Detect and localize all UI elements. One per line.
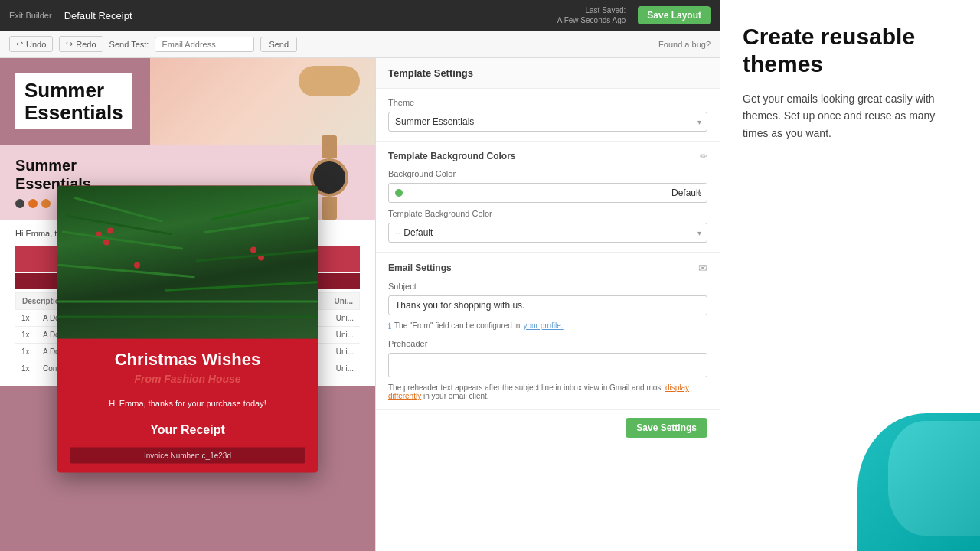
- christmas-title: Christmas Wishes: [57, 339, 318, 373]
- theme-select[interactable]: Summer Essentials: [388, 112, 707, 132]
- preheader-input[interactable]: [388, 353, 707, 377]
- template-bg-select-wrapper: -- Default: [388, 223, 707, 243]
- preview-area: Summer Essentials Summer Essentials: [0, 58, 375, 551]
- toolbar: ↩ Undo ↪ Redo Send Test: Send Found a bu…: [0, 31, 720, 58]
- send-test-label: Send Test:: [109, 40, 149, 49]
- right-panel: Create reusable themes Get your emails l…: [720, 0, 980, 551]
- col-unit: Uni...: [335, 297, 353, 305]
- email-icon: ✉: [698, 262, 707, 274]
- christmas-receipt-banner: Your Receipt: [70, 414, 305, 446]
- color-dot-indicator: [395, 189, 403, 197]
- dot-3: [41, 199, 51, 208]
- undo-icon: ↩: [16, 39, 23, 49]
- page-title: Default Receipt: [64, 10, 132, 21]
- bg-color-label: Background Color: [388, 169, 707, 178]
- preheader-note: The preheader text appears after the sub…: [388, 383, 707, 400]
- template-bg-label: Template Background Color: [388, 209, 707, 218]
- save-layout-button[interactable]: Save Layout: [638, 6, 710, 24]
- theme-label: Theme: [388, 98, 707, 107]
- watch-band-bottom: [322, 197, 337, 220]
- exit-builder-button[interactable]: Exit Builder: [9, 11, 52, 20]
- save-settings-area: Save Settings: [376, 410, 720, 453]
- christmas-popup: Christmas Wishes From Fashion House Hi E…: [57, 186, 318, 473]
- top-bar: Exit Builder Default Receipt Last Saved:…: [0, 0, 720, 31]
- teal-inner-shape: [888, 421, 980, 536]
- email-settings-title-row: Email Settings ✉: [388, 262, 707, 274]
- email-settings-section: Email Settings ✉ Subject ℹ The "From" fi…: [376, 253, 720, 410]
- theme-select-wrapper: Summer Essentials: [388, 112, 707, 132]
- bg-colors-title: Template Background Colors: [388, 151, 515, 161]
- main-content: Summer Essentials Summer Essentials: [0, 58, 720, 551]
- subject-label: Subject: [388, 282, 707, 291]
- edit-icon[interactable]: ✏: [700, 151, 707, 161]
- christmas-invoice-bar: Invoice Number: c_1e23d: [70, 448, 305, 464]
- christmas-hi-text: Hi Emma, thanks for your purchase today!: [57, 393, 318, 414]
- save-settings-button[interactable]: Save Settings: [626, 418, 707, 438]
- bg-color-select[interactable]: Default: [388, 183, 707, 203]
- found-bug-link[interactable]: Found a bug?: [658, 40, 710, 49]
- watch-band-top: [322, 135, 337, 158]
- settings-panel: Template Settings Theme Summer Essential…: [375, 58, 720, 551]
- info-icon: ℹ: [388, 321, 391, 331]
- bg-color-select-wrapper: Default: [388, 183, 707, 203]
- summer-text-block: Summer Essentials: [15, 73, 132, 129]
- subject-input[interactable]: [388, 295, 707, 315]
- bg-colors-section: Template Background Colors ✏ Background …: [376, 142, 720, 253]
- send-test-input[interactable]: [155, 37, 254, 52]
- christmas-image: [57, 186, 318, 339]
- summer-banner: Summer Essentials: [0, 58, 375, 145]
- theme-section: Theme Summer Essentials: [376, 89, 720, 142]
- from-note: ℹ The "From" field can be configured in …: [388, 321, 707, 331]
- summer-title: Summer Essentials: [24, 80, 123, 123]
- profile-link[interactable]: your profile.: [523, 321, 563, 330]
- send-button[interactable]: Send: [260, 37, 297, 52]
- promo-description: Get your emails looking great easily wit…: [743, 90, 957, 142]
- promo-title: Create reusable themes: [743, 23, 957, 78]
- sunglasses-image: [299, 66, 360, 96]
- bg-colors-title-row: Template Background Colors ✏: [388, 151, 707, 161]
- preheader-label: Preheader: [388, 339, 707, 348]
- email-settings-title: Email Settings: [388, 262, 452, 273]
- settings-header: Template Settings: [376, 58, 720, 89]
- template-bg-select[interactable]: -- Default: [388, 223, 707, 243]
- undo-button[interactable]: ↩ Undo: [9, 36, 53, 52]
- christmas-subtitle: From Fashion House: [57, 373, 318, 393]
- summer-image-area: [150, 58, 375, 145]
- last-saved-info: Last Saved: A Few Seconds Ago: [557, 5, 626, 25]
- redo-button[interactable]: ↪ Redo: [59, 36, 103, 52]
- dot-1: [15, 199, 24, 208]
- dot-2: [28, 199, 38, 208]
- builder-panel: Exit Builder Default Receipt Last Saved:…: [0, 0, 720, 551]
- redo-icon: ↪: [66, 39, 73, 49]
